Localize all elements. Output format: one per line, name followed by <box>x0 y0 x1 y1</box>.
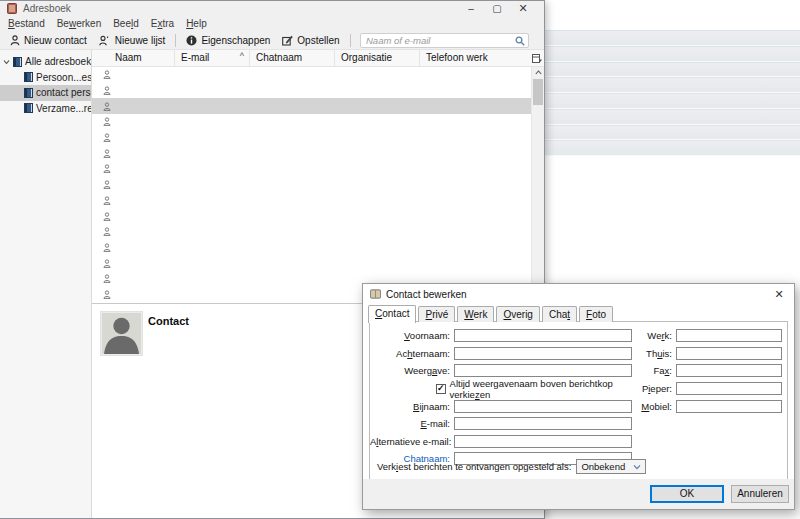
titlebar: Adresboek – ▢ ✕ <box>0 1 544 16</box>
prefer-display-name-checkbox[interactable]: ✓ <box>436 384 446 394</box>
form-row: Mobiel: <box>638 397 783 415</box>
compose-button[interactable]: Opstellen <box>276 33 345 48</box>
first-name-field[interactable] <box>454 329 632 342</box>
menu-beeld[interactable]: Beeld <box>108 17 144 30</box>
sidebar-item-alle-adresboeken[interactable]: Alle adresboeken <box>0 54 91 70</box>
search-input[interactable] <box>366 35 515 46</box>
chevron-down-icon <box>633 464 641 470</box>
background-row <box>545 125 800 141</box>
table-row[interactable] <box>92 145 531 161</box>
table-row[interactable] <box>92 240 531 256</box>
scrollbar-thumb[interactable] <box>533 79 543 105</box>
table-row[interactable] <box>92 255 531 271</box>
message-format-value: Onbekend <box>581 461 625 472</box>
phone-home-label: Thuis: <box>638 348 676 359</box>
menu-extra[interactable]: Extra <box>146 17 179 30</box>
toolbar-separator <box>350 34 351 47</box>
table-row[interactable] <box>92 161 531 177</box>
phone-work-label: Werk: <box>638 330 676 341</box>
sidebar-item-verzame-ressen[interactable]: Verzame...ressen <box>0 101 91 117</box>
new-list-button[interactable]: Nieuwe lijst <box>93 33 172 48</box>
tab-foto[interactable]: Foto <box>579 306 613 322</box>
person-icon <box>103 243 111 252</box>
last-name-field[interactable] <box>454 347 632 360</box>
pager-field[interactable] <box>676 382 782 395</box>
table-row[interactable] <box>92 114 531 130</box>
list-scrollbar[interactable] <box>531 67 544 303</box>
table-row[interactable] <box>92 224 531 240</box>
sidebar-item-contact-personen[interactable]: contact personen <box>0 85 91 101</box>
tab-overig[interactable]: Overig <box>496 306 539 322</box>
tab-chat[interactable]: Chat <box>542 306 577 322</box>
person-icon <box>103 290 111 299</box>
search-icon[interactable] <box>515 36 525 46</box>
compose-label: Opstellen <box>297 35 339 46</box>
person-icon <box>103 117 111 126</box>
minimize-button[interactable]: – <box>458 1 484 16</box>
table-row[interactable] <box>92 208 531 224</box>
tab-privé[interactable]: Privé <box>418 306 455 322</box>
column-label: Naam <box>115 52 142 63</box>
display-name-field[interactable] <box>454 364 632 377</box>
table-row[interactable] <box>92 98 531 114</box>
toolbar-separator <box>175 34 176 47</box>
sidebar-item-persoon-esboek[interactable]: Persoon...esboek <box>0 70 91 86</box>
column-header-e-mail[interactable]: E-mail^ <box>175 50 250 66</box>
table-row[interactable] <box>92 130 531 146</box>
form-row: Voornaam: <box>370 327 638 345</box>
addressbook-icon <box>24 88 33 98</box>
dialog-titlebar: Contact bewerken ✕ <box>363 284 794 304</box>
alt-email-field[interactable] <box>454 435 632 448</box>
nickname-field[interactable] <box>454 400 632 413</box>
table-row[interactable] <box>92 177 531 193</box>
background-row <box>545 62 800 78</box>
dialog-footer: OK Annuleren <box>363 479 794 509</box>
window-title: Adresboek <box>23 3 71 14</box>
close-button[interactable]: ✕ <box>510 1 536 16</box>
column-header-naam[interactable]: Naam <box>92 50 175 66</box>
cancel-button[interactable]: Annuleren <box>731 485 789 503</box>
tab-contact[interactable]: Contact <box>368 305 416 323</box>
form-left-column: Voornaam:Achternaam:Weergave:✓Altijd wee… <box>370 327 638 468</box>
app-icon <box>7 3 17 14</box>
scrollbar-up-icon[interactable] <box>532 67 544 78</box>
dialog-close-button[interactable]: ✕ <box>771 288 787 301</box>
new-contact-button[interactable]: Nieuw contact <box>4 33 93 48</box>
contact-photo-placeholder <box>101 312 142 355</box>
menu-help[interactable]: Help <box>181 17 212 30</box>
maximize-button[interactable]: ▢ <box>484 1 510 16</box>
table-row[interactable] <box>92 83 531 99</box>
form-row: Bijnaam: <box>370 397 638 415</box>
menu-bestand[interactable]: Bestand <box>3 17 50 30</box>
ok-button[interactable]: OK <box>650 485 724 503</box>
message-format-select[interactable]: Onbekend <box>576 459 646 474</box>
column-header-telefoon-werk[interactable]: Telefoon werk <box>420 50 531 66</box>
table-row[interactable] <box>92 67 531 83</box>
fax-field[interactable] <box>676 364 782 377</box>
column-picker-button[interactable] <box>531 52 543 64</box>
person-icon <box>103 133 111 142</box>
tab-werk[interactable]: Werk <box>457 306 494 322</box>
phone-work-field[interactable] <box>676 329 782 342</box>
dialog-tabs: ContactPrivéWerkOverigChatFoto <box>363 304 794 321</box>
column-header-organisatie[interactable]: Organisatie <box>335 50 420 66</box>
menu-bewerken[interactable]: Bewerken <box>52 17 106 30</box>
mobile-field[interactable] <box>676 400 782 413</box>
background-row <box>545 46 800 62</box>
person-icon <box>103 70 111 79</box>
list-header: NaamE-mail^ChatnaamOrganisatieTelefoon w… <box>92 50 544 67</box>
alt-email-label: Alternatieve e-mail: <box>370 436 454 447</box>
form-row: Werk: <box>638 327 783 345</box>
sidebar-item-label: contact personen <box>36 87 92 98</box>
form-row: Thuis: <box>638 345 783 363</box>
prefers-label: Verkiest berichten te ontvangen opgestel… <box>377 461 571 472</box>
toolbar: Nieuw contact Nieuwe lijst Eigenschappen… <box>0 31 544 50</box>
email-field[interactable] <box>454 417 632 430</box>
fax-label: Fax: <box>638 365 676 376</box>
dialog-icon <box>370 289 381 299</box>
column-header-chatnaam[interactable]: Chatnaam <box>250 50 335 66</box>
background-row <box>545 93 800 109</box>
table-row[interactable] <box>92 193 531 209</box>
phone-home-field[interactable] <box>676 347 782 360</box>
properties-button[interactable]: Eigenschappen <box>180 33 276 48</box>
